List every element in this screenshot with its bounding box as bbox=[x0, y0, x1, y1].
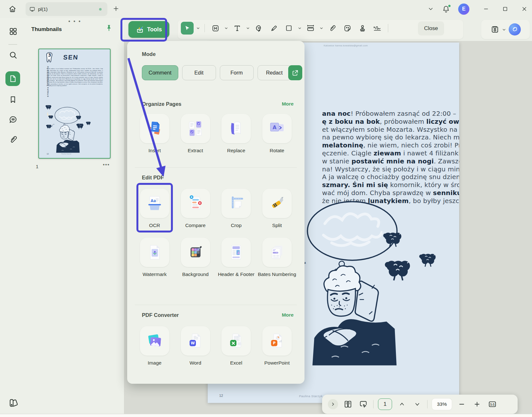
tool-ocr[interactable]: AaOCR bbox=[134, 189, 175, 229]
ai-assistant-button[interactable] bbox=[509, 23, 521, 35]
tool-watermark[interactable]: Watermark bbox=[134, 238, 175, 278]
save-button[interactable] bbox=[490, 25, 499, 34]
text-icon bbox=[233, 24, 241, 32]
mode-edit-button[interactable]: Edit bbox=[182, 65, 216, 80]
next-page-button[interactable] bbox=[412, 399, 423, 410]
organize-section-title: Organize Pages bbox=[142, 101, 181, 107]
tool-background[interactable]: Background bbox=[175, 238, 216, 278]
tool-bates-numbering[interactable]: 000123Bates Numbering bbox=[257, 238, 297, 278]
panel-resize-handle[interactable]: • • • bbox=[68, 19, 81, 24]
tool-insert[interactable]: Insert bbox=[134, 114, 175, 154]
save-chevron-icon[interactable] bbox=[502, 28, 506, 32]
ruler-icon bbox=[306, 24, 315, 32]
mode-comment-button[interactable]: Comment bbox=[142, 65, 178, 80]
svg-text:A: A bbox=[273, 125, 276, 130]
mode-redact-button[interactable]: Redact bbox=[258, 65, 291, 80]
mode-popout-button[interactable] bbox=[288, 65, 302, 80]
tool-excel[interactable]: Excel bbox=[216, 326, 257, 366]
select-tool-button[interactable] bbox=[181, 22, 194, 35]
tools-button[interactable]: Tools bbox=[128, 21, 169, 38]
text-tool-chevron-icon[interactable] bbox=[246, 22, 250, 35]
zoom-level-field[interactable]: 33% bbox=[432, 398, 452, 410]
window-bottom-strip bbox=[0, 414, 532, 417]
thumbnail-more-button[interactable]: ••• bbox=[103, 162, 110, 167]
tool-label: Extract bbox=[188, 147, 203, 154]
converter-more-link[interactable]: More bbox=[282, 312, 294, 318]
comment-tool-button[interactable] bbox=[252, 22, 265, 35]
left-panel: • • • Thumbnails STREFA DYSKOMFORTU 3 SE… bbox=[0, 18, 124, 414]
measure-tool-chevron-icon[interactable] bbox=[319, 22, 324, 35]
expand-bar-button[interactable] bbox=[328, 399, 338, 409]
mode-form-button[interactable]: Form bbox=[220, 65, 254, 80]
replace-pages-icon bbox=[221, 114, 251, 143]
svg-text:P: P bbox=[273, 341, 275, 345]
toolbox-icon bbox=[136, 25, 144, 34]
tool-powerpoint[interactable]: PPowerPoint bbox=[257, 326, 297, 366]
sidebar-item-thumbnails[interactable] bbox=[5, 71, 20, 86]
tool-split[interactable]: Split bbox=[257, 189, 297, 229]
attachment-icon bbox=[328, 24, 336, 32]
shape-tool-button[interactable] bbox=[282, 22, 295, 35]
close-window-button[interactable] bbox=[521, 6, 528, 12]
text-tool-button[interactable] bbox=[231, 22, 243, 35]
maximize-button[interactable] bbox=[502, 6, 508, 12]
page-thumbnail[interactable]: STREFA DYSKOMFORTU 3 SEN Matko jedyna, t… bbox=[38, 49, 111, 159]
tool-header-footer[interactable]: Header & Footer bbox=[216, 238, 257, 278]
document-tab[interactable]: pl(1) bbox=[26, 2, 107, 16]
tool-image[interactable]: Image bbox=[134, 326, 175, 366]
new-tab-button[interactable] bbox=[112, 5, 120, 12]
home-button[interactable] bbox=[6, 3, 19, 15]
heading-tool-chevron-icon[interactable] bbox=[224, 22, 228, 35]
highlighter-tool-button[interactable] bbox=[267, 22, 280, 35]
tool-word[interactable]: WWord bbox=[175, 326, 216, 366]
page-footer-credit: Paulina Starzyk bbox=[299, 394, 323, 398]
tool-label: Image bbox=[148, 359, 161, 366]
tool-crop[interactable]: Crop bbox=[216, 189, 257, 229]
tool-label: Excel bbox=[230, 359, 242, 366]
zoom-in-button[interactable] bbox=[472, 399, 482, 410]
svg-text:W: W bbox=[190, 341, 195, 345]
organize-more-link[interactable]: More bbox=[282, 101, 294, 107]
paperclip-icon bbox=[9, 135, 18, 144]
sidebar-item-grid[interactable] bbox=[9, 27, 18, 36]
stamp-tool-button[interactable] bbox=[356, 22, 369, 35]
notifications-button[interactable] bbox=[442, 5, 450, 13]
theme-palette-button[interactable] bbox=[8, 398, 18, 408]
sidebar-item-attachments[interactable] bbox=[9, 135, 18, 144]
titlebar-chevron-down-icon[interactable] bbox=[428, 6, 434, 12]
sidebar-item-search[interactable] bbox=[9, 51, 18, 59]
pin-button[interactable] bbox=[105, 24, 112, 31]
word-icon: W bbox=[181, 326, 210, 356]
tool-rotate[interactable]: ARotate bbox=[257, 114, 297, 154]
reading-mode-button[interactable] bbox=[343, 399, 353, 410]
measure-tool-button[interactable] bbox=[304, 22, 317, 35]
tools-menu-panel: Mode CommentEditFormRedact Organize Page… bbox=[127, 41, 305, 384]
tool-replace[interactable]: Replace bbox=[216, 114, 257, 154]
thumb-title: SEN bbox=[63, 54, 79, 61]
zoom-out-button[interactable] bbox=[456, 399, 467, 410]
home-icon bbox=[8, 5, 17, 13]
tool-label: Split bbox=[272, 222, 282, 229]
signature-tool-button[interactable] bbox=[371, 22, 384, 35]
shape-tool-chevron-icon[interactable] bbox=[297, 22, 302, 35]
thumb-illustration bbox=[42, 104, 107, 153]
close-mode-button[interactable]: Close bbox=[418, 21, 444, 35]
actual-size-button[interactable]: 1:1 bbox=[487, 399, 498, 410]
presentation-mode-button[interactable] bbox=[358, 399, 369, 410]
select-tool-chevron-icon[interactable] bbox=[196, 22, 200, 35]
comment-icon bbox=[255, 24, 263, 32]
sidebar-item-bookmarks[interactable] bbox=[9, 95, 18, 104]
minimize-button[interactable] bbox=[483, 6, 489, 12]
current-page-input[interactable]: 1 bbox=[378, 398, 392, 410]
watermark-icon bbox=[140, 238, 169, 267]
attach-tool-button[interactable] bbox=[326, 22, 339, 35]
previous-page-button[interactable] bbox=[397, 399, 407, 410]
document-tab-icon bbox=[29, 6, 35, 12]
heading-tool-button[interactable] bbox=[209, 22, 222, 35]
tool-extract[interactable]: Extract bbox=[175, 114, 216, 154]
avatar[interactable]: E bbox=[458, 4, 469, 15]
search-icon bbox=[9, 51, 18, 59]
tool-compare[interactable]: Compare bbox=[175, 189, 216, 229]
sticker-tool-button[interactable] bbox=[341, 22, 354, 35]
sidebar-item-comments[interactable] bbox=[9, 115, 18, 124]
